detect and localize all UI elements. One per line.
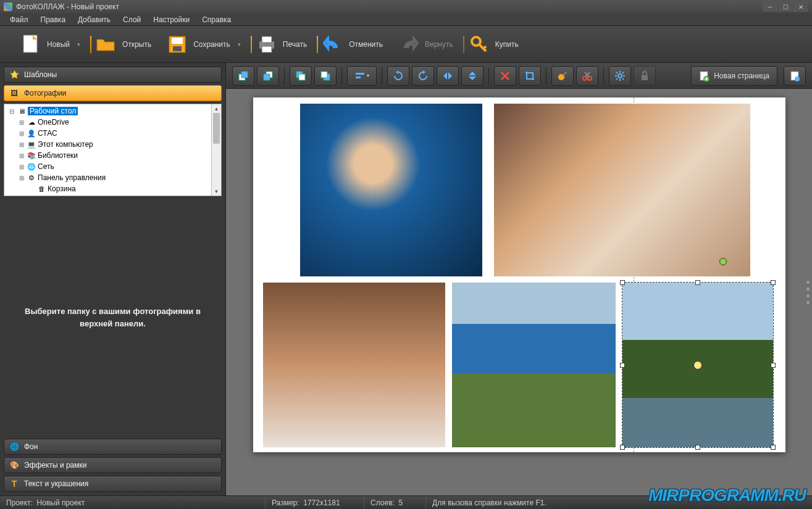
resize-handle-sw[interactable] [620, 445, 625, 450]
watermark: MIRPROGRAMM.RU [648, 486, 806, 505]
svg-marker-21 [443, 72, 447, 80]
menu-help[interactable]: Справка [197, 14, 236, 25]
folder-tree[interactable]: ⊟🖥Рабочий стол⊞☁OneDrive⊞👤СТАС⊞💻Этот ком… [4, 104, 222, 196]
rotate-left-button[interactable] [387, 66, 409, 86]
redo-icon [398, 33, 420, 56]
crop-button[interactable] [519, 66, 541, 86]
delete-button[interactable] [494, 66, 516, 86]
page-settings-button[interactable] [784, 66, 806, 86]
scroll-thumb[interactable] [213, 113, 220, 144]
scroll-down-icon[interactable]: ▼ [212, 187, 221, 196]
magic-button[interactable] [551, 66, 574, 86]
resize-handle-ne[interactable] [771, 280, 776, 285]
tree-item-стас[interactable]: ⊞👤СТАС [7, 128, 219, 139]
rotate-right-button[interactable] [412, 66, 434, 86]
tree-item-этот-компьютер[interactable]: ⊞💻Этот компьютер [7, 139, 219, 150]
save-button[interactable]: Сохранить ▾ [159, 31, 248, 58]
libs-icon: 📚 [27, 151, 36, 160]
collage-page[interactable] [253, 97, 785, 452]
folder-open-icon [95, 33, 117, 56]
photo-3[interactable] [263, 283, 445, 447]
cut-button[interactable] [576, 66, 598, 86]
gear-button[interactable] [609, 66, 631, 86]
rotate-handle[interactable] [719, 258, 727, 265]
flip-v-button[interactable] [461, 66, 483, 86]
svg-marker-24 [469, 77, 476, 80]
tree-item-рабочий-стол[interactable]: ⊟🖥Рабочий стол [7, 106, 219, 117]
undo-button[interactable]: Отменить [314, 31, 390, 58]
photo-4[interactable] [452, 283, 616, 447]
folder-icon: 📁 [27, 196, 36, 196]
tree-item-корзина[interactable]: 🗑Корзина [7, 183, 219, 194]
send-backward-button[interactable] [290, 66, 312, 86]
resize-handle-se[interactable] [771, 445, 776, 450]
svg-marker-23 [469, 72, 476, 75]
svg-rect-18 [356, 77, 361, 78]
sidebar-photos[interactable]: 🖼 Фотографии [4, 85, 222, 101]
new-page-button[interactable]: Новая страница [691, 66, 777, 86]
open-button[interactable]: Открыть [88, 31, 159, 58]
svg-rect-12 [264, 74, 270, 80]
svg-rect-3 [172, 38, 183, 44]
tree-item-сеть[interactable]: ⊞🌐Сеть [7, 161, 219, 172]
center-handle[interactable] [693, 361, 702, 370]
resize-handle-n[interactable] [695, 280, 700, 285]
send-back-button[interactable] [314, 66, 337, 86]
status-size-label: Размер: [272, 499, 299, 507]
svg-point-28 [618, 74, 622, 78]
resize-handle-e[interactable] [771, 363, 776, 368]
buy-button[interactable]: Купить [461, 31, 526, 58]
sidebar-templates[interactable]: ⭐ Шаблоны [4, 67, 222, 83]
tree-item-activators[interactable]: ⊞📁Activators [7, 194, 219, 196]
menu-settings[interactable]: Настройки [148, 14, 195, 25]
expand-icon[interactable]: ⊞ [18, 141, 25, 148]
sidebar-effects[interactable]: 🎨 Эффекты и рамки [4, 457, 222, 473]
sidebar-background[interactable]: 🌐 Фон [4, 439, 222, 455]
resize-handle-s[interactable] [695, 445, 700, 450]
flip-h-button[interactable] [437, 66, 459, 86]
minimize-button[interactable]: ─ [763, 2, 777, 12]
photo-1[interactable] [300, 104, 482, 276]
align-button[interactable]: ▾ [347, 66, 377, 86]
user-icon: 👤 [27, 129, 36, 138]
expand-icon[interactable]: ⊞ [18, 119, 25, 126]
tree-item-панель-управления[interactable]: ⊞⚙Панель управления [7, 172, 219, 183]
expand-icon[interactable]: ⊟ [8, 108, 15, 115]
undo-icon [322, 33, 344, 56]
sidebar-text[interactable]: T Текст и украшения [4, 476, 222, 492]
photo-2[interactable] [494, 104, 750, 276]
resize-handle-nw[interactable] [620, 280, 625, 285]
tree-item-onedrive[interactable]: ⊞☁OneDrive [7, 117, 219, 128]
svg-rect-16 [321, 72, 327, 78]
menu-bar: Файл Правка Добавить Слой Настройки Спра… [0, 14, 812, 26]
print-button[interactable]: Печать [248, 31, 314, 58]
expand-icon[interactable]: ⊞ [18, 175, 25, 181]
redo-button[interactable]: Вернуть [390, 31, 461, 58]
save-icon [166, 33, 188, 56]
close-button[interactable]: ✕ [793, 2, 808, 12]
svg-marker-19 [396, 70, 398, 74]
pc-icon: 💻 [27, 140, 36, 149]
new-button[interactable]: Новый ▾ [12, 31, 88, 58]
menu-layer[interactable]: Слой [118, 14, 146, 25]
bring-front-button[interactable] [232, 66, 254, 86]
maximize-button[interactable]: ☐ [778, 2, 793, 12]
expand-icon[interactable]: ⊞ [18, 163, 25, 170]
menu-add[interactable]: Добавить [73, 14, 115, 25]
bring-forward-button[interactable] [257, 66, 279, 86]
hint-text: Выберите папку с вашими фотографиями в в… [4, 199, 222, 436]
tree-scrollbar[interactable]: ▲ ▼ [211, 104, 221, 196]
svg-rect-10 [241, 72, 248, 78]
tree-item-библиотеки[interactable]: ⊞📚Библиотеки [7, 150, 219, 161]
canvas-viewport[interactable] [226, 89, 812, 495]
menu-edit[interactable]: Правка [36, 14, 71, 25]
photo-5-selected[interactable] [622, 283, 773, 447]
resize-handle-w[interactable] [620, 363, 625, 368]
expand-icon[interactable]: ⊞ [18, 152, 25, 159]
status-layers-value: 5 [399, 499, 403, 507]
lock-button[interactable] [634, 66, 656, 86]
expand-icon[interactable]: ⊞ [18, 130, 25, 137]
menu-file[interactable]: Файл [5, 14, 33, 25]
scroll-up-icon[interactable]: ▲ [212, 104, 221, 113]
palette-icon: 🎨 [9, 460, 19, 470]
